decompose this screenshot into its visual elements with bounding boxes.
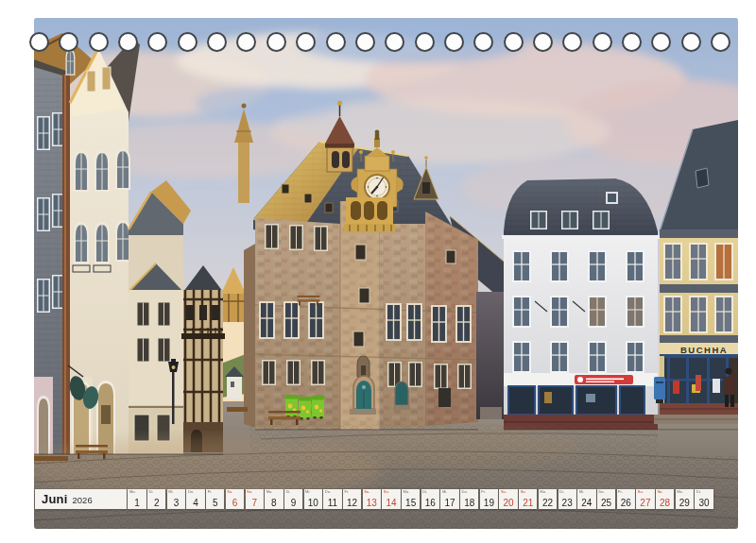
day-number: 25 — [597, 499, 615, 508]
day-number: 6 — [226, 499, 244, 508]
month-label: Juni 2026 — [35, 489, 127, 509]
day-number: 11 — [323, 499, 341, 508]
day-number: 8 — [265, 499, 283, 508]
day-number: 2 — [147, 499, 165, 508]
day-cell: So. 7 — [246, 489, 264, 509]
binding-hole — [89, 32, 109, 52]
day-cell: Mo. 22 — [539, 489, 557, 509]
binding-hole — [711, 32, 730, 52]
binding-hole — [178, 32, 198, 52]
side-door — [393, 382, 410, 410]
day-cell: Di. 9 — [284, 489, 302, 509]
binding-hole — [355, 32, 375, 52]
day-cell: Di. 23 — [558, 489, 576, 509]
day-cell: Mo. 15 — [402, 489, 420, 509]
day-number: 1 — [128, 499, 146, 508]
day-cell: Mi. 10 — [304, 489, 322, 509]
slate-house — [34, 59, 70, 454]
weekday-abbrev: Do. — [598, 490, 604, 494]
binding-hole — [29, 32, 49, 52]
alley — [476, 292, 504, 419]
weekday-abbrev: Do. — [462, 490, 468, 494]
day-number: 14 — [382, 499, 400, 508]
weekday-abbrev: Fr. — [208, 490, 213, 494]
day-cell: Mo. 29 — [676, 489, 694, 509]
year-label: 2026 — [73, 495, 93, 505]
day-cell: Sa. 20 — [499, 489, 517, 509]
half-timbered-house — [181, 265, 225, 452]
weekday-abbrev: Mi. — [579, 490, 584, 494]
day-number: 24 — [577, 499, 595, 508]
binding-hole — [622, 32, 642, 52]
day-cell: Do. 25 — [597, 489, 615, 509]
binding-hole — [266, 32, 286, 52]
day-number: 28 — [656, 499, 674, 508]
weekday-abbrev: Mi. — [442, 490, 447, 494]
day-cell: Fr. 19 — [480, 489, 498, 509]
weekday-abbrev: Mo. — [266, 490, 273, 494]
binding-hole — [415, 32, 435, 52]
day-number: 15 — [402, 499, 420, 508]
day-cell: Fr. 12 — [343, 489, 361, 509]
postbox — [654, 377, 665, 403]
day-cell: Mi. 24 — [577, 489, 595, 509]
binding-hole — [533, 32, 553, 52]
weekday-abbrev: Do. — [188, 490, 194, 494]
binding-hole — [118, 32, 138, 52]
month-name: Juni — [42, 492, 68, 506]
day-number: 27 — [636, 499, 654, 508]
day-cell: Fr. 26 — [617, 489, 635, 509]
binding-hole — [296, 32, 316, 52]
day-cell: Do. 11 — [323, 489, 341, 509]
weekday-abbrev: Sa. — [501, 490, 507, 494]
green-bins — [284, 395, 324, 420]
day-cell: Mo. 8 — [265, 489, 283, 509]
weekday-abbrev: So. — [384, 490, 389, 494]
day-number: 17 — [440, 499, 458, 508]
day-number: 5 — [206, 499, 224, 508]
binding-hole — [504, 32, 524, 52]
day-cell: Do. 18 — [460, 489, 478, 509]
weekday-abbrev: Di. — [149, 490, 154, 494]
clock-face — [365, 175, 389, 199]
weekday-abbrev: So. — [521, 490, 526, 494]
weekday-abbrev: Do. — [325, 490, 331, 494]
distant-house — [227, 377, 242, 399]
weekday-abbrev: Di. — [422, 490, 427, 494]
day-number: 9 — [284, 499, 302, 508]
binding-hole — [207, 32, 227, 52]
weekday-abbrev: Mi. — [168, 490, 173, 494]
calendar-page: BUCHHA — [0, 0, 756, 543]
white-building — [502, 178, 660, 430]
weekday-abbrev: Di. — [285, 490, 290, 494]
weekday-abbrev: Sa. — [364, 490, 369, 494]
day-number: 3 — [167, 499, 185, 508]
shop-front — [504, 373, 658, 430]
day-cell: Mi. 17 — [440, 489, 458, 509]
day-number: 10 — [304, 499, 322, 508]
day-number: 20 — [499, 499, 517, 508]
weekday-abbrev: Mo. — [677, 490, 683, 494]
weekday-abbrev: Di. — [559, 490, 564, 494]
day-cell: Sa. 27 — [636, 489, 654, 509]
beige-corner-building — [129, 180, 191, 454]
binding-hole — [444, 32, 464, 52]
binding-hole — [326, 32, 346, 52]
photo-market-square: BUCHHA — [34, 18, 738, 529]
day-cell: Sa. 13 — [363, 489, 381, 509]
day-cell: Fr. 5 — [206, 489, 224, 509]
day-number: 29 — [676, 499, 694, 508]
day-cell: Di. 30 — [695, 489, 713, 509]
day-cell: So. 14 — [382, 489, 400, 509]
day-cell: Sa. 6 — [226, 489, 244, 509]
weekday-abbrev: Fr. — [344, 490, 349, 494]
weekday-abbrev: Fr. — [481, 490, 486, 494]
day-number: 12 — [343, 499, 361, 508]
day-cell: Di. 16 — [421, 489, 439, 509]
bookshop-sign-text: BUCHHA — [680, 345, 728, 355]
weekday-abbrev: So. — [247, 490, 252, 494]
weekday-abbrev: Mo. — [404, 490, 410, 494]
day-cell: Di. 2 — [147, 489, 165, 509]
day-number: 7 — [246, 499, 264, 508]
day-number: 4 — [186, 499, 204, 508]
